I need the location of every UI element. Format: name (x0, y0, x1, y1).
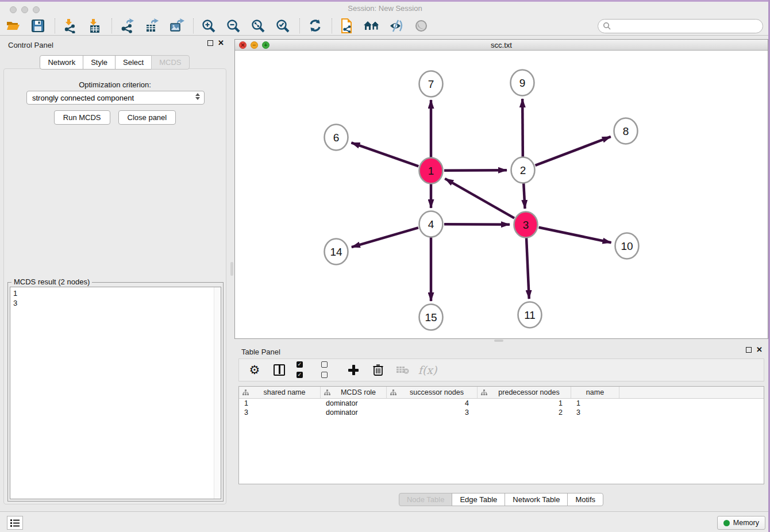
column-header-successor-nodes[interactable]: successor nodes (387, 387, 478, 398)
graph-node-4[interactable]: 4 (419, 211, 443, 237)
edge-4-3[interactable] (444, 224, 510, 225)
close-panel-icon[interactable]: ✕ (756, 347, 763, 353)
table-row[interactable]: 3dominator323 (239, 408, 764, 417)
svg-text:10: 10 (621, 240, 633, 252)
memory-button[interactable]: Memory (717, 516, 765, 530)
select-all-button[interactable] (297, 363, 311, 377)
graph-node-1[interactable]: 1 (419, 158, 443, 184)
close-network-icon[interactable]: ✕ (239, 41, 247, 49)
add-row-button[interactable] (346, 363, 361, 377)
edge-2-8[interactable] (536, 137, 611, 165)
zoom-window-icon[interactable] (33, 6, 40, 13)
search-box[interactable] (598, 19, 763, 33)
close-window-icon[interactable] (10, 6, 17, 13)
edge-2-3[interactable] (523, 183, 525, 209)
search-icon (603, 22, 611, 30)
cell-name[interactable]: 3 (571, 408, 619, 417)
graph-node-14[interactable]: 14 (325, 239, 348, 265)
graph-node-9[interactable]: 9 (511, 70, 534, 96)
cell-predecessor-nodes[interactable]: 2 (478, 408, 571, 417)
float-panel-icon[interactable] (207, 40, 213, 46)
column-header-name[interactable]: name (571, 387, 619, 398)
open-session-button[interactable] (4, 17, 22, 34)
tab-motifs[interactable]: Motifs (567, 493, 603, 506)
minimize-window-icon[interactable] (21, 6, 28, 13)
edge-1-2[interactable] (444, 170, 507, 171)
cell-MCDS-role[interactable]: dominator (321, 399, 387, 408)
edge-3-11[interactable] (526, 238, 529, 299)
tab-node-table[interactable]: Node Table (399, 493, 453, 506)
export-image-button[interactable] (167, 17, 186, 34)
tab-mcds[interactable]: MCDS (151, 55, 189, 70)
graph-node-6[interactable]: 6 (325, 125, 348, 151)
maximize-network-icon[interactable]: + (262, 41, 270, 49)
network-titlebar[interactable]: ✕ − + scc.txt (235, 40, 768, 51)
result-scrollbar[interactable] (214, 287, 221, 499)
split-panel-button[interactable] (272, 363, 287, 377)
cell-shared-name[interactable]: 1 (239, 399, 321, 408)
edge-1-6[interactable] (351, 142, 418, 166)
table-settings-button[interactable]: ⚙ (247, 363, 262, 377)
import-table-button[interactable] (86, 17, 104, 34)
cell-shared-name[interactable]: 3 (239, 408, 321, 417)
graph-node-8[interactable]: 8 (614, 118, 638, 144)
mcds-result-textarea[interactable]: 1 3 (10, 287, 221, 499)
hide-graphics-button[interactable] (387, 17, 406, 34)
zoom-out-button[interactable] (224, 17, 242, 34)
cell-MCDS-role[interactable]: dominator (321, 408, 387, 417)
splitter-grip[interactable] (494, 340, 503, 342)
graph-node-3[interactable]: 3 (514, 212, 538, 238)
cell-name[interactable]: 1 (571, 399, 619, 408)
task-history-button[interactable] (7, 516, 23, 530)
graph-node-15[interactable]: 15 (419, 304, 443, 330)
splitter-grip[interactable] (230, 262, 233, 276)
graph-node-10[interactable]: 10 (615, 233, 639, 259)
search-input[interactable] (611, 22, 749, 30)
tab-select[interactable]: Select (115, 55, 152, 70)
run-mcds-button[interactable]: Run MCDS (54, 110, 110, 125)
zoom-selected-icon (275, 18, 290, 33)
minimize-network-icon[interactable]: − (251, 41, 258, 49)
tab-network[interactable]: Network (40, 55, 83, 70)
save-session-button[interactable] (29, 17, 47, 34)
duplicate-network-button[interactable] (338, 17, 356, 34)
graph-node-11[interactable]: 11 (518, 302, 542, 328)
column-header-predecessor-nodes[interactable]: predecessor nodes (478, 387, 571, 398)
network-canvas[interactable]: 7968124314101511 (235, 51, 768, 338)
criterion-select[interactable]: strongly connected component (26, 91, 205, 105)
network-graph[interactable]: 7968124314101511 (235, 51, 768, 338)
cell-successor-nodes[interactable]: 3 (387, 408, 478, 417)
graph-node-2[interactable]: 2 (511, 157, 535, 183)
window-controls[interactable] (10, 5, 44, 16)
mcds-panel: Optimization criterion: strongly connect… (3, 68, 226, 504)
column-header-shared-name[interactable]: shared name (239, 387, 321, 398)
tab-style[interactable]: Style (83, 55, 116, 70)
export-network-button[interactable] (118, 17, 136, 34)
edge-4-14[interactable] (352, 228, 418, 247)
float-panel-icon[interactable] (746, 347, 752, 353)
show-graphics-button[interactable] (412, 17, 430, 34)
deselect-all-button[interactable] (321, 363, 336, 377)
graph-node-7[interactable]: 7 (419, 71, 443, 97)
refresh-button[interactable] (306, 17, 324, 34)
home-button[interactable] (363, 17, 381, 34)
table-row[interactable]: 1dominator411 (239, 399, 764, 408)
delete-row-button[interactable] (371, 363, 386, 377)
node-table[interactable]: shared nameMCDS rolesuccessor nodesprede… (238, 386, 764, 484)
close-panel-button[interactable]: Close panel (118, 110, 176, 125)
edge-3-1[interactable] (445, 179, 514, 218)
vertical-splitter[interactable] (230, 36, 234, 511)
edge-2-9[interactable] (522, 99, 523, 157)
column-header-MCDS-role[interactable]: MCDS role (321, 387, 387, 398)
edge-3-10[interactable] (539, 228, 611, 243)
zoom-fit-button[interactable] (249, 17, 267, 34)
tab-edge-table[interactable]: Edge Table (452, 493, 505, 506)
cell-successor-nodes[interactable]: 4 (387, 399, 478, 408)
tab-network-table[interactable]: Network Table (505, 493, 568, 506)
zoom-selected-button[interactable] (274, 17, 292, 34)
cell-predecessor-nodes[interactable]: 1 (478, 399, 571, 408)
close-panel-icon[interactable]: ✕ (218, 40, 224, 46)
zoom-in-button[interactable] (199, 17, 218, 34)
export-table-button[interactable] (143, 17, 161, 34)
import-network-button[interactable] (61, 17, 79, 34)
